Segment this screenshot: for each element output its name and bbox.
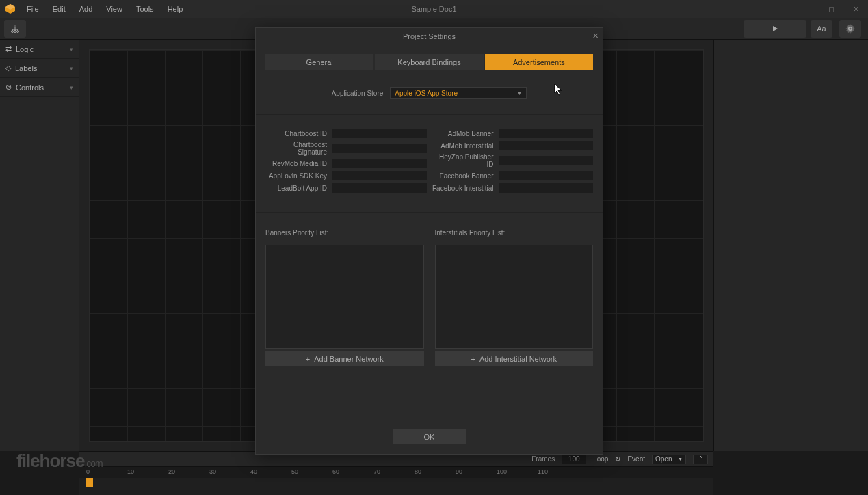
admob-interstitial-input[interactable]: [499, 141, 594, 150]
ruler-tick: 90: [456, 468, 462, 475]
plus-icon: +: [471, 355, 475, 363]
sidebar-item-labels[interactable]: ◇Labels ▾: [0, 59, 79, 78]
ruler-tick: 60: [332, 468, 339, 475]
chevron-down-icon: ▾: [70, 84, 73, 91]
left-field-label: LeadBolt App ID: [265, 185, 327, 192]
scene-tree-button[interactable]: [4, 20, 26, 38]
svg-point-2: [14, 25, 16, 27]
facebook-banner-input[interactable]: [499, 171, 594, 180]
ruler-tick: 40: [250, 468, 257, 475]
ruler-tick: 50: [291, 468, 298, 475]
plus-icon: +: [306, 355, 310, 363]
right-field-label: HeyZap Publisher ID: [432, 153, 494, 168]
left-field-label: RevMob Media ID: [265, 160, 327, 168]
event-select[interactable]: Open▼: [652, 455, 686, 464]
menubar: File Edit Add View Tools Help: [21, 2, 189, 16]
close-button[interactable]: ✕: [843, 0, 868, 18]
timeline: Frames Loop ↻ Event Open▼ ˄ 010203040506…: [79, 451, 713, 495]
sidebar: ⇄Logic ▾ ◇Labels ▾ ⊚Controls ▾: [0, 40, 79, 451]
admob-banner-input[interactable]: [499, 129, 594, 138]
right-field-label: Facebook Banner: [432, 172, 494, 180]
chevron-down-icon: ▾: [70, 65, 73, 72]
svg-point-3: [12, 30, 14, 32]
menu-tools[interactable]: Tools: [130, 2, 160, 16]
settings-button[interactable]: [839, 20, 861, 38]
frames-label: Frames: [531, 455, 555, 463]
svg-point-4: [14, 30, 16, 32]
applovin-sdk-key-input[interactable]: [332, 171, 427, 180]
right-field-label: Facebook Interstitial: [432, 185, 494, 192]
loop-label: Loop: [593, 455, 608, 463]
sidebar-item-controls[interactable]: ⊚Controls ▾: [0, 78, 79, 97]
timeline-track[interactable]: [79, 478, 713, 495]
menu-view[interactable]: View: [100, 2, 129, 16]
ruler-tick: 110: [538, 468, 548, 475]
svg-point-5: [17, 30, 19, 32]
ruler-tick: 70: [373, 468, 380, 475]
left-field-label: Chartboost Signature: [265, 141, 327, 156]
app-icon: [4, 3, 16, 15]
ruler-vertical: [79, 49, 89, 442]
menu-help[interactable]: Help: [161, 2, 189, 16]
ruler-tick: 30: [209, 468, 216, 475]
playhead[interactable]: [86, 478, 93, 487]
add-interstitial-network-button[interactable]: +Add Interstitial Network: [435, 351, 594, 366]
menu-edit[interactable]: Edit: [47, 2, 72, 16]
timeline-ruler[interactable]: 0102030405060708090100110: [79, 467, 713, 478]
ruler-tick: 100: [497, 468, 507, 475]
menu-add[interactable]: Add: [73, 2, 99, 16]
ruler-tick: 80: [415, 468, 421, 475]
right-field-label: AdMob Banner: [432, 130, 494, 137]
document-title: Sample Doc1: [411, 5, 456, 13]
svg-marker-6: [773, 26, 778, 31]
maximize-button[interactable]: ◻: [819, 0, 843, 18]
ok-button[interactable]: OK: [393, 429, 466, 444]
chevron-down-icon: ▾: [70, 46, 73, 53]
inspector-panel: [713, 40, 868, 451]
collapse-button[interactable]: ˄: [693, 455, 708, 464]
facebook-interstitial-input[interactable]: [499, 183, 594, 193]
right-field-label: AdMob Interstitial: [432, 142, 494, 150]
tab-general[interactable]: General: [265, 54, 373, 70]
tag-icon: ◇: [5, 64, 11, 72]
logic-icon: ⇄: [5, 44, 12, 53]
ruler-tick: 20: [168, 468, 175, 475]
sidebar-label: Controls: [16, 83, 44, 92]
sidebar-label: Labels: [15, 64, 37, 72]
watermark: filehorse.com: [16, 451, 103, 472]
application-store-label: Application Store: [332, 90, 384, 97]
menu-file[interactable]: File: [21, 2, 45, 16]
chartboost-signature-input[interactable]: [332, 144, 427, 153]
banners-priority-label: Banners Priority List:: [265, 229, 424, 237]
banners-priority-list[interactable]: [265, 245, 424, 349]
interstitials-priority-list[interactable]: [435, 245, 594, 349]
chartboost-id-input[interactable]: [332, 129, 427, 138]
controls-icon: ⊚: [5, 83, 12, 92]
application-store-select[interactable]: Apple iOS App Store▼: [390, 87, 527, 99]
heyzap-publisher-id-input[interactable]: [499, 156, 594, 165]
frames-input[interactable]: [562, 455, 586, 464]
font-button[interactable]: Aa: [811, 20, 832, 38]
interstitials-priority-label: Interstitials Priority List:: [435, 229, 594, 237]
sidebar-item-logic[interactable]: ⇄Logic ▾: [0, 40, 79, 59]
project-settings-dialog: Project Settings × General Keyboard Bind…: [255, 27, 603, 455]
leadbolt-app-id-input[interactable]: [332, 183, 427, 193]
tab-advertisements[interactable]: Advertisements: [485, 54, 593, 70]
tab-keyboard-bindings[interactable]: Keyboard Bindings: [375, 54, 483, 70]
add-banner-network-button[interactable]: +Add Banner Network: [265, 351, 424, 366]
ruler-tick: 10: [127, 468, 134, 475]
minimize-button[interactable]: —: [794, 0, 819, 18]
dialog-close-button[interactable]: ×: [592, 29, 599, 41]
dialog-title: Project Settings ×: [256, 28, 603, 44]
left-field-label: AppLovin SDK Key: [265, 172, 327, 180]
titlebar: File Edit Add View Tools Help Sample Doc…: [0, 0, 868, 18]
play-button[interactable]: [744, 20, 806, 38]
loop-icon[interactable]: ↻: [615, 455, 620, 463]
sidebar-label: Logic: [16, 45, 34, 53]
event-label: Event: [627, 455, 645, 463]
left-field-label: Chartboost ID: [265, 130, 327, 137]
revmob-media-id-input[interactable]: [332, 159, 427, 168]
